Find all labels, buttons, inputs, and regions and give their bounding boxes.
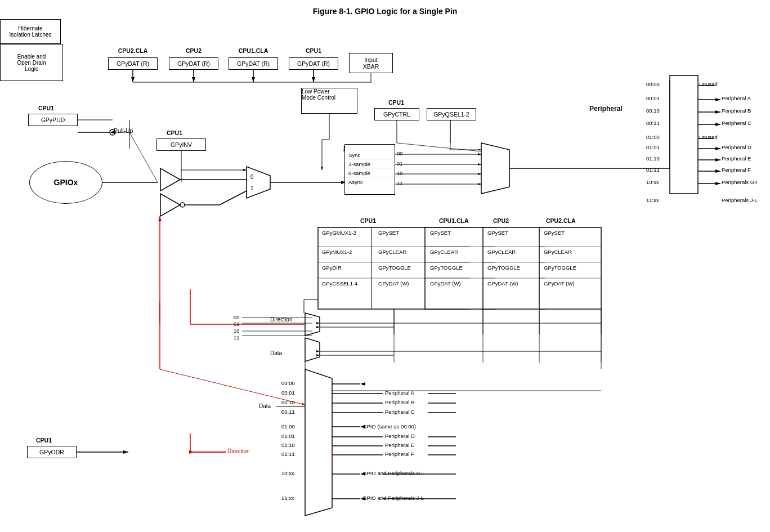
tr-code-10xx: 10:xx — [646, 179, 659, 185]
bl-code-0101: 01:01 — [281, 433, 295, 439]
cpu2-box-tog: GPyTOGGLE — [485, 263, 522, 272]
cpu2cla-box-clr: GPyCLEAR — [541, 248, 574, 256]
cpu1-out-label: CPU1 — [360, 217, 376, 224]
input-xbar-box: Input XBAR — [349, 53, 393, 73]
svg-marker-69 — [305, 338, 320, 361]
bl-label-0110: Peripheral E — [385, 442, 414, 448]
svg-marker-42 — [670, 75, 698, 194]
mux-0-label: 0 — [250, 174, 254, 180]
data-label-bot: Data — [259, 403, 271, 409]
tr-label-0111: Peripheral F — [722, 167, 751, 173]
tr-label-0010: Peripheral B — [722, 108, 751, 114]
cpu1-box-dat: GPyDAT (W) — [376, 279, 411, 288]
cpu1cla-top-label: CPU1.CLA — [229, 47, 278, 54]
svg-marker-84 — [305, 369, 332, 516]
page-title: Figure 8-1. GPIO Logic for a Single Pin — [0, 0, 770, 19]
sync-option-6sample: 6-sample — [346, 169, 393, 177]
svg-marker-36 — [481, 143, 509, 194]
dir-mux-00: 00 — [234, 314, 240, 320]
cpu2cla-box-tog: GPyTOGGLE — [541, 263, 579, 272]
tr-label-0011: Peripheral C — [722, 120, 751, 126]
gpyqsel-box: GPyQSEL1-2 — [427, 108, 476, 120]
gpyodr-box: GPyODR — [27, 446, 77, 458]
cpu1-top-label: CPU1 — [289, 47, 338, 54]
bl-code-0000: 00:00 — [281, 380, 295, 386]
gpyctrl-box: GPyCTRL — [374, 108, 419, 120]
cpu1cla-box-tog: GPyTOGGLE — [428, 263, 465, 272]
enable-open-drain-box: Enable and Open Drain Logic — [0, 44, 63, 81]
cpu1-box-dir: GPyDIR — [320, 263, 344, 272]
pullup-label: Pull-Up — [114, 127, 133, 134]
cpu1-box-mux: GPyMUX1-2 — [320, 248, 354, 256]
mux-out-01: 01 — [397, 160, 403, 167]
cpu2cla-top-label: CPU2.CLA — [108, 47, 158, 54]
mux-out-10: 10 — [397, 170, 403, 176]
sync-option-3sample: 3-sample — [346, 160, 393, 168]
tr-code-0101: 01:01 — [646, 144, 660, 150]
bl-label-0011: Peripheral C — [385, 409, 415, 415]
cpu1-box-clr: GPyCLEAR — [376, 248, 409, 256]
bl-code-0011: 00:11 — [281, 409, 295, 415]
bl-label-0001: Peripheral A — [385, 390, 414, 396]
tr-label-0001: Peripheral A — [722, 95, 751, 101]
dir-mux-10: 10 — [234, 328, 240, 334]
bl-code-0001: 00:01 — [281, 390, 295, 396]
diagram-container: CPU2.CLA GPyDAT (R) CPU2 GPyDAT (R) CPU1… — [0, 19, 770, 531]
direction-arrow-label: Direction — [227, 448, 249, 454]
mux-1-label: 1 — [250, 185, 254, 191]
tr-label-0110: Peripheral E — [722, 155, 751, 162]
tr-code-0000: 00:00 — [646, 81, 660, 87]
cpu1cla-box-set: GPySET — [428, 229, 453, 237]
cpu2-box-set: GPySET — [485, 229, 511, 237]
peripheral-label: Peripheral — [589, 105, 623, 113]
svg-marker-18 — [247, 167, 270, 198]
bl-label-0100: GPIO (same as 00:00) — [362, 423, 416, 430]
bl-label-0010: Peripheral B — [385, 399, 414, 405]
sync-option-sync: Sync — [346, 151, 393, 159]
tr-label-0000: Unused — [699, 81, 718, 87]
cpu1-box-gmux: GPyGMUX1-2 — [320, 229, 359, 237]
cpu2cla-box-dat: GPyDAT (W) — [541, 279, 577, 288]
bl-label-11xx: GPIO and Peripherals J-L — [362, 495, 424, 501]
cpu2cla-box-set: GPySET — [541, 229, 567, 237]
cpu2-top-box: GPyDAT (R) — [169, 57, 218, 70]
tr-code-0010: 00:10 — [646, 108, 660, 114]
sync-option-async: Async — [346, 178, 393, 186]
cpu1-top-box: GPyDAT (R) — [289, 57, 338, 70]
bl-label-0101: Peripheral D — [385, 433, 415, 439]
svg-marker-11 — [160, 168, 180, 191]
tr-code-11xx: 11:xx — [646, 197, 659, 203]
tr-label-0100: Unused — [699, 134, 718, 140]
hib-isolation-box: Hibernate Isolation Latches — [0, 19, 61, 44]
svg-line-40 — [397, 143, 481, 151]
cpu1cla-top-box: GPyDAT (R) — [229, 57, 278, 70]
gpio-ellipse: GPIOx — [29, 161, 102, 204]
cpu1-inv-label: CPU1 — [167, 129, 182, 136]
sync-box: Sync 3-sample 6-sample Async — [344, 144, 395, 195]
low-power-mode-box: Low Power Mode Control — [301, 88, 357, 114]
cpu1cla-box-clr: GPyCLEAR — [428, 248, 460, 256]
dir-mux-01: 01 — [234, 321, 240, 327]
gpypud-box: GPyPUD — [28, 114, 78, 126]
bl-label-0111: Peripheral F — [385, 451, 414, 457]
tr-label-0101: Peripheral D — [722, 144, 751, 150]
cpu2-top-label: CPU2 — [169, 47, 218, 54]
gpyinv-box: GPyINV — [156, 138, 206, 151]
mux-out-11: 11 — [397, 180, 403, 186]
dir-mux-11: 11 — [234, 334, 240, 341]
bl-label-10xx: GPIO and Peripherals G-I — [362, 470, 424, 476]
cpu1-ctrl-label: CPU1 — [388, 99, 404, 106]
cpu2-box-dat: GPyDAT (W) — [485, 279, 521, 288]
bl-code-10xx: 10:xx — [281, 470, 294, 476]
tr-code-0111: 01:11 — [646, 167, 660, 173]
cpu1cla-out-label: CPU1.CLA — [439, 217, 469, 224]
bl-code-0010: 00:10 — [281, 399, 295, 405]
cpu2cla-top-box: GPyDAT (R) — [108, 57, 158, 70]
svg-marker-12 — [160, 194, 180, 216]
cpu1-box-set: GPySET — [376, 229, 401, 237]
data-label-mux: Data — [270, 350, 282, 356]
bl-code-11xx: 11:xx — [281, 495, 294, 501]
svg-line-30 — [129, 132, 158, 182]
cpu2cla-out-label: CPU2.CLA — [546, 217, 576, 224]
tr-code-0011: 00:11 — [646, 120, 660, 126]
